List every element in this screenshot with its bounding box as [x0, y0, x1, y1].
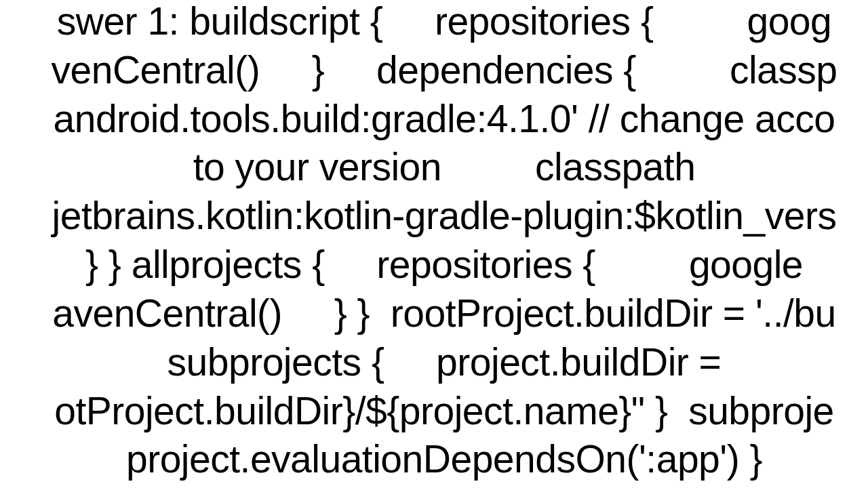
- code-text-block: swer 1: buildscript { repositories { goo…: [0, 0, 868, 484]
